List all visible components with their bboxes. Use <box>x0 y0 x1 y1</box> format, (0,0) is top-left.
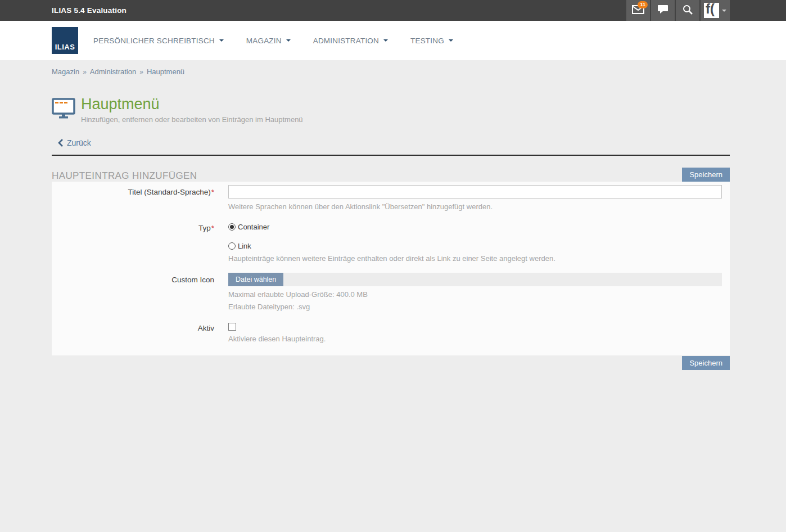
page-title: Hauptmenü <box>81 96 303 113</box>
nav-item-persoenlicher-schreibtisch[interactable]: PERSÖNLICHER SCHREIBTISCH <box>93 37 224 45</box>
avatar: f( <box>704 3 719 18</box>
nav-item-magazin[interactable]: MAGAZIN <box>246 37 291 45</box>
file-field[interactable] <box>283 273 722 286</box>
field-titel: Titel (Standard-Sprache)* Weitere Sprach… <box>52 185 722 211</box>
nav-item-label: TESTING <box>410 37 444 45</box>
nav-item-label: MAGAZIN <box>246 37 282 45</box>
speech-bubble-icon <box>657 4 668 16</box>
required-asterisk: * <box>211 188 214 196</box>
chevron-left-icon <box>58 139 63 147</box>
radio-container-label: Container <box>238 223 269 231</box>
nav-item-administration[interactable]: ADMINISTRATION <box>313 37 388 45</box>
nav-items: PERSÖNLICHER SCHREIBTISCH MAGAZIN ADMINI… <box>93 37 476 45</box>
save-button-top[interactable]: Speichern <box>682 168 730 182</box>
save-button-bottom[interactable]: Speichern <box>682 356 730 370</box>
form-section: HAUPTEINTRAG HINZUFÜGEN Speichern Titel … <box>52 168 730 370</box>
topbar-icon-group: 11 f( <box>625 0 730 21</box>
chevron-down-icon <box>383 39 388 42</box>
custom-icon-file-input[interactable]: Datei wählen <box>228 273 722 286</box>
file-types-hint: Erlaubte Dateitypen: .svg <box>228 303 722 311</box>
aktiv-hint: Aktiviere diesen Haupteintrag. <box>228 335 722 343</box>
app-title: ILIAS 5.4 Evaluation <box>52 6 127 15</box>
typ-label: Typ* <box>52 221 214 263</box>
radio-link-label: Link <box>238 242 251 250</box>
ilias-logo[interactable]: ILIAS <box>52 27 78 54</box>
chevron-down-icon <box>449 39 453 42</box>
main-navbar: ILIAS PERSÖNLICHER SCHREIBTISCH MAGAZIN … <box>0 21 786 60</box>
caret-down-icon <box>722 10 726 12</box>
field-custom-icon: Custom Icon Datei wählen Maximal erlaubt… <box>52 273 722 311</box>
page-header: Hauptmenü Hinzufügen, entfernen oder bea… <box>52 96 730 124</box>
breadcrumb-administration[interactable]: Administration <box>90 67 136 76</box>
chevron-down-icon <box>286 39 291 42</box>
breadcrumb-magazin[interactable]: Magazin <box>52 67 79 76</box>
custom-icon-label: Custom Icon <box>52 273 214 311</box>
typ-option-container[interactable]: Container <box>228 223 722 231</box>
magnifier-icon <box>683 4 693 17</box>
typ-hint: Haupteinträge können weitere Einträge en… <box>228 254 722 263</box>
form-panel: Titel (Standard-Sprache)* Weitere Sprach… <box>52 182 730 355</box>
mail-button[interactable]: 11 <box>626 0 650 21</box>
monitor-icon <box>52 98 75 121</box>
back-link-label: Zurück <box>67 138 91 147</box>
form-title: HAUPTEINTRAG HINZUFÜGEN <box>52 170 197 182</box>
chat-button[interactable] <box>651 0 675 21</box>
aktiv-checkbox[interactable] <box>228 323 236 331</box>
typ-option-link[interactable]: Link <box>228 242 722 250</box>
titel-hint: Weitere Sprachen können über den Aktions… <box>228 202 722 211</box>
nav-item-label: ADMINISTRATION <box>313 37 379 45</box>
radio-container[interactable] <box>228 223 236 231</box>
page-subtitle: Hinzufügen, entfernen oder bearbeiten vo… <box>81 115 303 124</box>
top-bar: ILIAS 5.4 Evaluation 11 f( <box>0 0 786 21</box>
breadcrumb-separator: » <box>139 68 143 76</box>
nav-item-testing[interactable]: TESTING <box>410 37 453 45</box>
radio-link[interactable] <box>228 242 236 250</box>
chevron-down-icon <box>219 39 224 42</box>
choose-file-button[interactable]: Datei wählen <box>228 273 283 286</box>
titel-input[interactable] <box>228 185 722 199</box>
required-asterisk: * <box>211 224 214 232</box>
mail-count-badge: 11 <box>638 1 648 8</box>
aktiv-label: Aktiv <box>52 321 214 343</box>
titel-label: Titel (Standard-Sprache)* <box>52 185 214 211</box>
back-link[interactable]: Zurück <box>58 138 91 147</box>
upload-size-hint: Maximal erlaubte Upload-Größe: 400.0 MB <box>228 290 722 299</box>
field-aktiv: Aktiv Aktiviere diesen Haupteintrag. <box>52 321 722 343</box>
breadcrumb-hauptmenu[interactable]: Hauptmenü <box>147 67 184 76</box>
breadcrumb: Magazin»Administration»Hauptmenü <box>52 60 730 76</box>
nav-item-label: PERSÖNLICHER SCHREIBTISCH <box>93 37 215 45</box>
back-row: Zurück <box>52 138 730 156</box>
user-menu-button[interactable]: f( <box>701 0 730 21</box>
field-typ: Typ* Container Link Haupteinträge können… <box>52 221 722 263</box>
search-button[interactable] <box>676 0 699 21</box>
breadcrumb-separator: » <box>83 68 87 76</box>
